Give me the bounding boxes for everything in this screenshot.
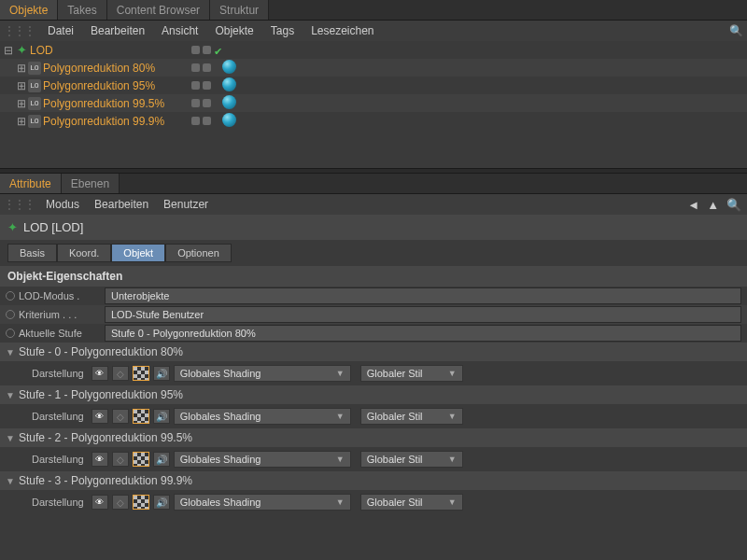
collapse-icon[interactable]: ▼: [6, 390, 15, 400]
object-row[interactable]: ⊞ L0 Polygonreduktion 99.9%: [0, 112, 747, 130]
subtab-optionen[interactable]: Optionen: [165, 244, 232, 262]
cube-icon[interactable]: ◇: [112, 452, 129, 467]
visibility-dot[interactable]: [191, 99, 200, 107]
tab-takes[interactable]: Takes: [58, 0, 106, 20]
object-row[interactable]: ⊞ L0 Polygonreduktion 95%: [0, 77, 747, 94]
material-sphere-icon[interactable]: [222, 95, 236, 109]
prop-label: Aktuelle Stufe: [19, 328, 105, 339]
collapse-icon[interactable]: ▼: [6, 476, 15, 486]
menu-ansicht[interactable]: Ansicht: [154, 21, 205, 40]
tab-struktur[interactable]: Struktur: [210, 0, 269, 20]
eye-icon[interactable]: [92, 409, 108, 424]
visibility-dot[interactable]: [191, 81, 200, 90]
collapse-icon[interactable]: ▼: [6, 433, 15, 443]
tab-content-browser[interactable]: Content Browser: [107, 0, 210, 20]
object-row[interactable]: ⊞ L0 Polygonreduktion 80%: [0, 59, 747, 77]
subtab-koord[interactable]: Koord.: [57, 244, 111, 262]
anim-toggle-icon[interactable]: [6, 291, 15, 301]
visibility-dot[interactable]: [191, 117, 200, 125]
stil-dropdown[interactable]: Globaler Stil▼: [360, 408, 463, 425]
object-name[interactable]: LOD: [30, 44, 53, 57]
stufe-header-3[interactable]: ▼ Stufe - 3 - Polygonreduktion 99.9%: [0, 471, 747, 490]
nav-up-icon[interactable]: ▲: [707, 198, 719, 212]
shading-dropdown[interactable]: Globales Shading▼: [174, 494, 351, 511]
prop-value-dropdown[interactable]: Unterobjekte: [105, 287, 741, 304]
cube-icon[interactable]: ◇: [112, 409, 129, 424]
sound-icon[interactable]: 🔊: [153, 495, 170, 510]
stil-dropdown[interactable]: Globaler Stil▼: [360, 451, 463, 468]
render-dot[interactable]: [203, 63, 211, 72]
render-dot[interactable]: [203, 117, 211, 125]
lod-leaf-icon: ✦: [7, 220, 18, 234]
sound-icon[interactable]: 🔊: [153, 452, 170, 467]
checker-icon[interactable]: [133, 366, 149, 381]
anim-toggle-icon[interactable]: [6, 329, 15, 338]
eye-icon[interactable]: [92, 366, 108, 381]
collapse-icon[interactable]: ▼: [6, 347, 15, 357]
tree-expand-icon[interactable]: ⊞: [17, 62, 26, 75]
tab-objekte[interactable]: Objekte: [0, 0, 58, 20]
visibility-dot[interactable]: [191, 46, 200, 54]
tree-collapse-icon[interactable]: ⊟: [4, 44, 13, 57]
stil-dropdown[interactable]: Globaler Stil▼: [360, 365, 463, 382]
menu-objekte[interactable]: Objekte: [207, 21, 261, 40]
stufe-title: Stufe - 3 - Polygonreduktion 99.9%: [19, 474, 192, 487]
prop-value-dropdown[interactable]: Stufe 0 - Polygonreduktion 80%: [105, 325, 741, 342]
lo-icon: L0: [28, 115, 41, 128]
menu-tags[interactable]: Tags: [263, 21, 302, 40]
shading-dropdown[interactable]: Globales Shading▼: [174, 451, 351, 468]
render-dot[interactable]: [203, 46, 211, 54]
darstellung-label: Darstellung: [32, 454, 84, 465]
checker-icon[interactable]: [133, 452, 149, 467]
nav-back-icon[interactable]: ◄: [687, 198, 699, 212]
object-name[interactable]: Polygonreduktion 99.9%: [43, 115, 164, 128]
visibility-dot[interactable]: [191, 63, 200, 72]
stufe-header-2[interactable]: ▼ Stufe - 2 - Polygonreduktion 99.5%: [0, 428, 747, 447]
material-sphere-icon[interactable]: [222, 77, 236, 91]
object-row-lod[interactable]: ⊟ ✦ LOD ✔: [0, 41, 747, 59]
tree-expand-icon[interactable]: ⊞: [17, 97, 26, 110]
object-name[interactable]: Polygonreduktion 99.5%: [43, 97, 164, 110]
checker-icon[interactable]: [133, 495, 149, 510]
shading-dropdown[interactable]: Globales Shading▼: [174, 365, 351, 382]
tab-attribute[interactable]: Attribute: [0, 174, 62, 193]
stil-dropdown[interactable]: Globaler Stil▼: [360, 494, 463, 511]
shading-dropdown[interactable]: Globales Shading▼: [174, 408, 351, 425]
tree-expand-icon[interactable]: ⊞: [17, 79, 26, 92]
render-dot[interactable]: [203, 81, 211, 90]
menu-bearbeiten[interactable]: Bearbeiten: [87, 195, 156, 214]
stufe-header-0[interactable]: ▼ Stufe - 0 - Polygonreduktion 80%: [0, 343, 747, 361]
checker-icon[interactable]: [133, 409, 149, 424]
subtab-objekt[interactable]: Objekt: [111, 244, 165, 262]
eye-icon[interactable]: [92, 495, 108, 510]
menu-lesezeichen[interactable]: Lesezeichen: [303, 21, 381, 40]
lo-icon: L0: [28, 97, 41, 110]
sound-icon[interactable]: 🔊: [153, 409, 170, 424]
object-name[interactable]: Polygonreduktion 80%: [43, 62, 155, 75]
eye-icon[interactable]: [92, 452, 108, 467]
tab-ebenen[interactable]: Ebenen: [62, 174, 120, 193]
cube-icon[interactable]: ◇: [112, 495, 129, 510]
object-name[interactable]: Polygonreduktion 95%: [43, 79, 155, 92]
menu-datei[interactable]: Datei: [40, 21, 81, 40]
search-icon[interactable]: 🔍: [726, 198, 741, 212]
stufe-header-1[interactable]: ▼ Stufe - 1 - Polygonreduktion 95%: [0, 385, 747, 404]
search-icon[interactable]: 🔍: [729, 24, 743, 37]
material-sphere-icon[interactable]: [222, 113, 236, 127]
menu-benutzer[interactable]: Benutzer: [156, 195, 216, 214]
object-row[interactable]: ⊞ L0 Polygonreduktion 99.5%: [0, 94, 747, 112]
anim-toggle-icon[interactable]: [6, 310, 15, 319]
stufe-body-3: Darstellung ◇ 🔊 Globales Shading▼ Global…: [0, 490, 747, 514]
cube-icon[interactable]: ◇: [112, 366, 129, 381]
prop-value-dropdown[interactable]: LOD-Stufe Benutzer: [105, 306, 741, 323]
render-dot[interactable]: [203, 99, 211, 107]
subtab-basis[interactable]: Basis: [7, 244, 57, 262]
objects-tree: ⊟ ✦ LOD ✔ ⊞ L0 Polygonreduktion 80% ⊞ L0…: [0, 41, 747, 168]
material-sphere-icon[interactable]: [222, 60, 236, 74]
sound-icon[interactable]: 🔊: [153, 366, 170, 381]
attribute-subtabs: Basis Koord. Objekt Optionen: [0, 240, 747, 266]
enable-check-icon[interactable]: ✔: [214, 46, 222, 54]
menu-bearbeiten[interactable]: Bearbeiten: [83, 21, 152, 40]
menu-modus[interactable]: Modus: [38, 195, 87, 214]
tree-expand-icon[interactable]: ⊞: [17, 115, 26, 128]
